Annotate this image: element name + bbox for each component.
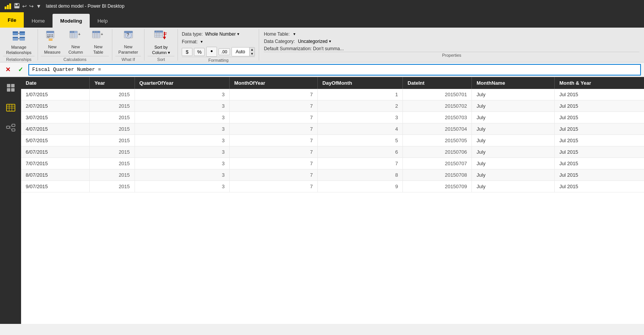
cell-date: 7/07/2015 [21,158,90,169]
cell-dayofmonth: 6 [318,146,403,158]
new-table-label: NewTable [93,44,103,54]
manage-relationships-button[interactable]: ManageRelationships [3,29,34,56]
svg-rect-49 [154,31,163,33]
tab-help[interactable]: Help [90,14,115,28]
new-parameter-button[interactable]: ? NewParameter [115,29,141,56]
auto-spinner: Auto ▲ ▼ [232,47,255,56]
cell-dayofmonth: 1 [318,89,403,100]
cell-monthofyear: 7 [229,135,317,146]
cell-monthofyear: 7 [229,123,317,135]
svg-line-70 [10,125,12,127]
col-header-year[interactable]: Year [90,77,135,89]
data-category-value: Uncategorized [298,39,327,44]
col-header-dateint[interactable]: DateInt [403,77,472,89]
col-header-quarterofyear[interactable]: QuarterOfYear [135,77,229,89]
manage-relationships-label: ManageRelationships [6,45,31,55]
col-header-dayofmonth[interactable]: DayOfMonth [318,77,403,89]
table-row: 3/07/2015 2015 3 7 3 20150703 July Jul 2… [21,112,644,123]
cell-year: 2015 [90,112,135,123]
cell-monthofyear: 7 [229,100,317,112]
tab-modeling[interactable]: Modeling [53,14,90,28]
cell-date: 9/07/2015 [21,181,90,192]
main-area: Date Year QuarterOfYear MonthOfYear DayO… [0,77,644,324]
svg-rect-61 [11,88,15,92]
table-row: 4/07/2015 2015 3 7 4 20150704 July Jul 2… [21,123,644,135]
ribbon-group-relationships: ManageRelationships Relationships [0,29,38,61]
sidebar-data-view[interactable] [3,100,18,115]
ribbon-group-calculations: fx [38,29,112,61]
cell-dayofmonth: 2 [318,100,403,112]
svg-rect-67 [7,126,10,128]
sort-by-column-label: Sort byColumn ▾ [152,45,170,55]
svg-point-22 [49,34,50,35]
formula-cancel-button[interactable]: ✕ [3,65,13,74]
cell-monthandyear: Jul 2015 [555,100,644,112]
svg-rect-59 [11,84,15,87]
svg-rect-17 [46,31,54,33]
new-table-icon: + [92,30,105,44]
cell-dateint: 20150708 [403,169,472,181]
col-header-date[interactable]: Date [21,77,90,89]
cell-date: 3/07/2015 [21,112,90,123]
svg-point-25 [48,36,48,37]
undo-button[interactable]: ↩ [22,3,27,9]
cell-monthname: July [472,146,555,158]
cell-monthandyear: Jul 2015 [555,158,644,169]
cell-year: 2015 [90,158,135,169]
cell-monthofyear: 7 [229,169,317,181]
quick-access-dropdown[interactable]: ▼ [36,3,41,9]
cell-quarterofyear: 3 [135,89,229,100]
redo-button[interactable]: ↪ [29,3,34,9]
col-header-monthofyear[interactable]: MonthOfYear [229,77,317,89]
formula-accept-button[interactable]: ✓ [16,65,25,74]
new-measure-label: NewMeasure [44,44,61,54]
cell-dateint: 20150703 [403,112,472,123]
calculations-group-label: Calculations [41,56,109,62]
cell-monthname: July [472,112,555,123]
col-header-monthandyear[interactable]: Month & Year [555,77,644,89]
spinner-down[interactable]: ▼ [250,52,255,56]
data-category-label: Data Category: [264,39,295,44]
svg-rect-19 [49,39,53,39]
save-button[interactable] [14,3,20,10]
cell-dateint: 20150707 [403,158,472,169]
tab-file[interactable]: File [0,12,24,28]
cell-dayofmonth: 8 [318,169,403,181]
new-parameter-label: NewParameter [118,44,138,54]
format-dropdown[interactable]: ▼ [200,40,204,44]
cell-monthofyear: 7 [229,89,317,100]
home-table-dropdown[interactable]: ▼ [293,32,296,36]
svg-rect-68 [12,124,15,126]
formula-bar: ✕ ✓ [0,62,644,77]
percent-button[interactable]: % [194,48,205,56]
data-category-arrow: ▼ [329,39,332,43]
cell-quarterofyear: 3 [135,112,229,123]
formatting-group-label: Formatting [182,57,255,63]
spinner-buttons: ▲ ▼ [249,48,255,56]
new-column-button[interactable]: + NewColumn [65,29,86,56]
formula-input[interactable] [28,64,641,76]
new-table-button[interactable]: + NewTable [88,29,109,56]
data-category-dropdown[interactable]: Uncategorized ▼ [298,39,332,44]
spinner-up[interactable]: ▲ [250,48,255,52]
cell-year: 2015 [90,135,135,146]
new-measure-button[interactable]: fx [41,29,64,56]
sidebar-report-view[interactable] [3,80,18,95]
new-parameter-icon: ? [122,30,135,44]
tab-home[interactable]: Home [24,14,53,28]
ribbon-group-whatif: ? NewParameter What If [112,29,145,61]
svg-rect-58 [7,84,10,87]
table-row: 2/07/2015 2015 3 7 2 20150702 July Jul 2… [21,100,644,112]
cell-date: 4/07/2015 [21,123,90,135]
currency-button[interactable]: $ [182,48,192,56]
cell-monthname: July [472,100,555,112]
data-type-dropdown[interactable]: Whole Number ▼ [205,31,240,37]
svg-rect-1 [7,5,9,9]
ribbon-group-formatting: Data type: Whole Number ▼ Format: ▼ $ % … [178,29,259,61]
sort-by-column-button[interactable]: Sort byColumn ▾ [148,29,174,56]
dot-button[interactable]: • [206,47,217,57]
cell-year: 2015 [90,146,135,158]
decimal-button[interactable]: .00 [219,48,230,55]
sidebar-model-view[interactable] [3,120,18,135]
col-header-monthname[interactable]: MonthName [472,77,555,89]
